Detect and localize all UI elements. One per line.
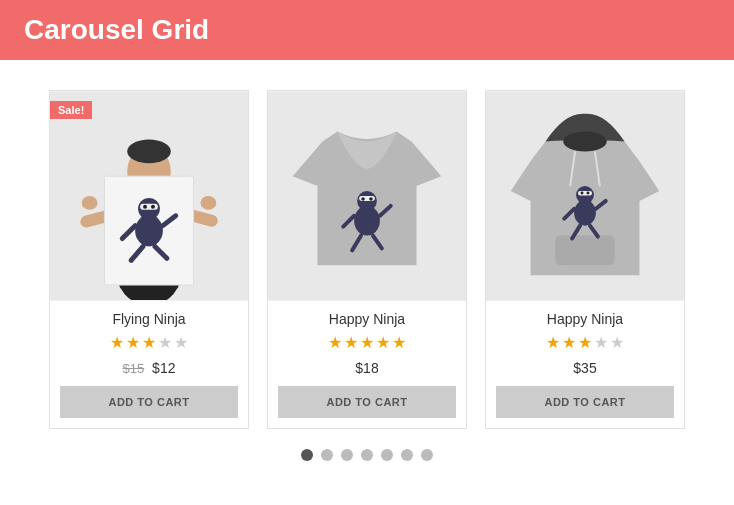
svg-point-8 [127, 140, 171, 164]
product-price-2: $18 [278, 360, 456, 376]
product-image-svg-1 [50, 92, 248, 300]
star-3: ★ [578, 333, 592, 352]
star-5: ★ [174, 333, 188, 352]
product-card-3: Happy Ninja ★ ★ ★ ★ ★ $35 ADD TO CART [485, 90, 685, 429]
product-info-1: Flying Ninja ★ ★ ★ ★ ★ $15 $12 ADD TO CA… [50, 301, 248, 428]
star-3: ★ [360, 333, 374, 352]
page-title: Carousel Grid [24, 14, 209, 46]
svg-point-21 [357, 191, 377, 211]
product-image-1: Sale! [50, 91, 248, 301]
star-1: ★ [546, 333, 560, 352]
star-2: ★ [344, 333, 358, 352]
carousel-section: Sale! [0, 60, 734, 481]
add-to-cart-button-1[interactable]: ADD TO CART [60, 386, 238, 418]
star-2: ★ [562, 333, 576, 352]
star-4: ★ [376, 333, 390, 352]
product-name-1: Flying Ninja [60, 311, 238, 327]
carousel-dot-6[interactable] [401, 449, 413, 461]
product-stars-2: ★ ★ ★ ★ ★ [278, 333, 456, 352]
star-4: ★ [594, 333, 608, 352]
svg-point-5 [82, 196, 98, 210]
carousel-dot-1[interactable] [301, 449, 313, 461]
price-current-2: $18 [355, 360, 378, 376]
product-info-2: Happy Ninja ★ ★ ★ ★ ★ $18 ADD TO CART [268, 301, 466, 428]
product-image-2 [268, 91, 466, 301]
price-current-1: $12 [152, 360, 175, 376]
product-price-1: $15 $12 [60, 360, 238, 376]
svg-point-23 [361, 197, 365, 201]
star-5: ★ [610, 333, 624, 352]
products-grid: Sale! [40, 90, 694, 429]
page-header: Carousel Grid [0, 0, 734, 60]
carousel-dot-5[interactable] [381, 449, 393, 461]
add-to-cart-button-2[interactable]: ADD TO CART [278, 386, 456, 418]
carousel-dot-7[interactable] [421, 449, 433, 461]
product-name-3: Happy Ninja [496, 311, 674, 327]
sale-badge: Sale! [50, 101, 92, 119]
star-5: ★ [392, 333, 406, 352]
price-current-3: $35 [573, 360, 596, 376]
carousel-dot-3[interactable] [341, 449, 353, 461]
product-card-2: Happy Ninja ★ ★ ★ ★ ★ $18 ADD TO CART [267, 90, 467, 429]
star-1: ★ [110, 333, 124, 352]
star-4: ★ [158, 333, 172, 352]
product-info-3: Happy Ninja ★ ★ ★ ★ ★ $35 ADD TO CART [486, 301, 684, 428]
svg-rect-33 [555, 236, 614, 266]
svg-point-13 [143, 205, 147, 209]
svg-rect-12 [140, 204, 158, 210]
svg-point-6 [200, 196, 216, 210]
product-stars-3: ★ ★ ★ ★ ★ [496, 333, 674, 352]
star-1: ★ [328, 333, 342, 352]
svg-point-24 [369, 197, 373, 201]
product-image-3 [486, 91, 684, 301]
svg-point-30 [563, 132, 607, 152]
add-to-cart-button-3[interactable]: ADD TO CART [496, 386, 674, 418]
star-2: ★ [126, 333, 140, 352]
product-stars-1: ★ ★ ★ ★ ★ [60, 333, 238, 352]
carousel-dots [40, 449, 694, 461]
svg-point-38 [586, 192, 589, 195]
product-name-2: Happy Ninja [278, 311, 456, 327]
product-image-svg-2 [268, 92, 466, 300]
svg-point-14 [151, 205, 155, 209]
star-3: ★ [142, 333, 156, 352]
svg-rect-36 [578, 191, 592, 195]
svg-point-37 [581, 192, 584, 195]
carousel-dot-4[interactable] [361, 449, 373, 461]
product-image-svg-3 [486, 92, 684, 300]
price-original-1: $15 [123, 361, 145, 376]
carousel-dot-2[interactable] [321, 449, 333, 461]
product-price-3: $35 [496, 360, 674, 376]
product-card-1: Sale! [49, 90, 249, 429]
